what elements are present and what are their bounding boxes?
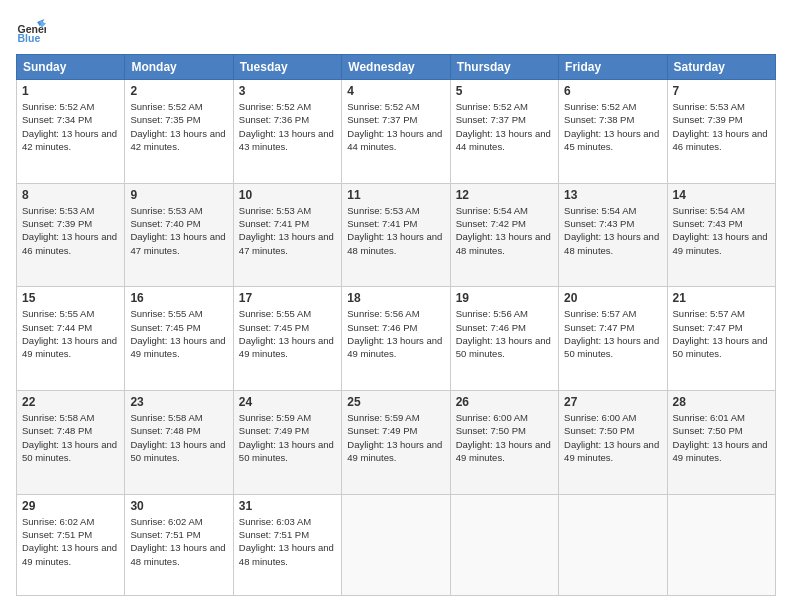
calendar-cell: 30 Sunrise: 6:02 AM Sunset: 7:51 PM Dayl… [125, 494, 233, 595]
day-info: Sunrise: 5:52 AM Sunset: 7:37 PM Dayligh… [347, 100, 444, 153]
day-info: Sunrise: 5:56 AM Sunset: 7:46 PM Dayligh… [456, 307, 553, 360]
day-number: 13 [564, 188, 661, 202]
day-number: 1 [22, 84, 119, 98]
calendar-week-1: 8 Sunrise: 5:53 AM Sunset: 7:39 PM Dayli… [17, 183, 776, 287]
day-info: Sunrise: 5:57 AM Sunset: 7:47 PM Dayligh… [673, 307, 770, 360]
calendar-cell: 19 Sunrise: 5:56 AM Sunset: 7:46 PM Dayl… [450, 287, 558, 391]
day-info: Sunrise: 5:53 AM Sunset: 7:39 PM Dayligh… [673, 100, 770, 153]
day-number: 20 [564, 291, 661, 305]
day-info: Sunrise: 5:58 AM Sunset: 7:48 PM Dayligh… [22, 411, 119, 464]
day-number: 29 [22, 499, 119, 513]
calendar-cell: 11 Sunrise: 5:53 AM Sunset: 7:41 PM Dayl… [342, 183, 450, 287]
day-info: Sunrise: 6:00 AM Sunset: 7:50 PM Dayligh… [564, 411, 661, 464]
day-number: 26 [456, 395, 553, 409]
day-number: 17 [239, 291, 336, 305]
calendar-cell: 16 Sunrise: 5:55 AM Sunset: 7:45 PM Dayl… [125, 287, 233, 391]
calendar-cell: 21 Sunrise: 5:57 AM Sunset: 7:47 PM Dayl… [667, 287, 775, 391]
calendar-cell [342, 494, 450, 595]
day-number: 22 [22, 395, 119, 409]
calendar-week-2: 15 Sunrise: 5:55 AM Sunset: 7:44 PM Dayl… [17, 287, 776, 391]
calendar-header-friday: Friday [559, 55, 667, 80]
day-number: 4 [347, 84, 444, 98]
calendar-cell: 10 Sunrise: 5:53 AM Sunset: 7:41 PM Dayl… [233, 183, 341, 287]
calendar-cell: 17 Sunrise: 5:55 AM Sunset: 7:45 PM Dayl… [233, 287, 341, 391]
calendar-header-row: SundayMondayTuesdayWednesdayThursdayFrid… [17, 55, 776, 80]
logo-bird-icon: General Blue [16, 16, 46, 46]
calendar-cell [667, 494, 775, 595]
calendar-cell: 13 Sunrise: 5:54 AM Sunset: 7:43 PM Dayl… [559, 183, 667, 287]
calendar-cell: 3 Sunrise: 5:52 AM Sunset: 7:36 PM Dayli… [233, 80, 341, 184]
calendar-cell: 22 Sunrise: 5:58 AM Sunset: 7:48 PM Dayl… [17, 390, 125, 494]
day-number: 28 [673, 395, 770, 409]
calendar-cell: 25 Sunrise: 5:59 AM Sunset: 7:49 PM Dayl… [342, 390, 450, 494]
day-info: Sunrise: 5:54 AM Sunset: 7:43 PM Dayligh… [564, 204, 661, 257]
day-number: 14 [673, 188, 770, 202]
calendar-week-0: 1 Sunrise: 5:52 AM Sunset: 7:34 PM Dayli… [17, 80, 776, 184]
calendar-cell: 29 Sunrise: 6:02 AM Sunset: 7:51 PM Dayl… [17, 494, 125, 595]
day-info: Sunrise: 6:00 AM Sunset: 7:50 PM Dayligh… [456, 411, 553, 464]
calendar-cell: 7 Sunrise: 5:53 AM Sunset: 7:39 PM Dayli… [667, 80, 775, 184]
day-info: Sunrise: 5:52 AM Sunset: 7:37 PM Dayligh… [456, 100, 553, 153]
day-info: Sunrise: 6:03 AM Sunset: 7:51 PM Dayligh… [239, 515, 336, 568]
calendar-cell: 6 Sunrise: 5:52 AM Sunset: 7:38 PM Dayli… [559, 80, 667, 184]
calendar-cell: 1 Sunrise: 5:52 AM Sunset: 7:34 PM Dayli… [17, 80, 125, 184]
day-number: 5 [456, 84, 553, 98]
day-info: Sunrise: 6:02 AM Sunset: 7:51 PM Dayligh… [130, 515, 227, 568]
day-info: Sunrise: 5:52 AM Sunset: 7:36 PM Dayligh… [239, 100, 336, 153]
calendar-cell: 24 Sunrise: 5:59 AM Sunset: 7:49 PM Dayl… [233, 390, 341, 494]
day-number: 10 [239, 188, 336, 202]
day-info: Sunrise: 5:56 AM Sunset: 7:46 PM Dayligh… [347, 307, 444, 360]
calendar-cell: 27 Sunrise: 6:00 AM Sunset: 7:50 PM Dayl… [559, 390, 667, 494]
day-info: Sunrise: 5:55 AM Sunset: 7:45 PM Dayligh… [239, 307, 336, 360]
calendar-cell: 9 Sunrise: 5:53 AM Sunset: 7:40 PM Dayli… [125, 183, 233, 287]
calendar-cell: 26 Sunrise: 6:00 AM Sunset: 7:50 PM Dayl… [450, 390, 558, 494]
calendar-header-monday: Monday [125, 55, 233, 80]
svg-text:Blue: Blue [18, 32, 41, 44]
calendar-cell: 2 Sunrise: 5:52 AM Sunset: 7:35 PM Dayli… [125, 80, 233, 184]
day-info: Sunrise: 5:53 AM Sunset: 7:40 PM Dayligh… [130, 204, 227, 257]
day-number: 30 [130, 499, 227, 513]
calendar-cell: 4 Sunrise: 5:52 AM Sunset: 7:37 PM Dayli… [342, 80, 450, 184]
calendar-page: General Blue SundayMondayTuesdayWednesda… [0, 0, 792, 612]
calendar-header-thursday: Thursday [450, 55, 558, 80]
day-number: 18 [347, 291, 444, 305]
day-number: 31 [239, 499, 336, 513]
calendar-header-wednesday: Wednesday [342, 55, 450, 80]
calendar-cell: 8 Sunrise: 5:53 AM Sunset: 7:39 PM Dayli… [17, 183, 125, 287]
calendar-cell: 15 Sunrise: 5:55 AM Sunset: 7:44 PM Dayl… [17, 287, 125, 391]
day-number: 9 [130, 188, 227, 202]
calendar-cell: 18 Sunrise: 5:56 AM Sunset: 7:46 PM Dayl… [342, 287, 450, 391]
calendar-cell: 28 Sunrise: 6:01 AM Sunset: 7:50 PM Dayl… [667, 390, 775, 494]
calendar-header-tuesday: Tuesday [233, 55, 341, 80]
day-number: 8 [22, 188, 119, 202]
calendar-cell [559, 494, 667, 595]
day-number: 24 [239, 395, 336, 409]
day-info: Sunrise: 5:57 AM Sunset: 7:47 PM Dayligh… [564, 307, 661, 360]
calendar-cell: 5 Sunrise: 5:52 AM Sunset: 7:37 PM Dayli… [450, 80, 558, 184]
header: General Blue [16, 16, 776, 46]
day-info: Sunrise: 5:59 AM Sunset: 7:49 PM Dayligh… [347, 411, 444, 464]
day-info: Sunrise: 5:55 AM Sunset: 7:44 PM Dayligh… [22, 307, 119, 360]
day-info: Sunrise: 5:52 AM Sunset: 7:38 PM Dayligh… [564, 100, 661, 153]
calendar-week-4: 29 Sunrise: 6:02 AM Sunset: 7:51 PM Dayl… [17, 494, 776, 595]
calendar-header-saturday: Saturday [667, 55, 775, 80]
calendar-cell: 20 Sunrise: 5:57 AM Sunset: 7:47 PM Dayl… [559, 287, 667, 391]
day-info: Sunrise: 5:55 AM Sunset: 7:45 PM Dayligh… [130, 307, 227, 360]
day-info: Sunrise: 5:58 AM Sunset: 7:48 PM Dayligh… [130, 411, 227, 464]
day-info: Sunrise: 6:01 AM Sunset: 7:50 PM Dayligh… [673, 411, 770, 464]
calendar-table: SundayMondayTuesdayWednesdayThursdayFrid… [16, 54, 776, 596]
calendar-cell: 31 Sunrise: 6:03 AM Sunset: 7:51 PM Dayl… [233, 494, 341, 595]
day-number: 7 [673, 84, 770, 98]
day-info: Sunrise: 5:53 AM Sunset: 7:41 PM Dayligh… [347, 204, 444, 257]
calendar-cell: 23 Sunrise: 5:58 AM Sunset: 7:48 PM Dayl… [125, 390, 233, 494]
day-info: Sunrise: 5:52 AM Sunset: 7:35 PM Dayligh… [130, 100, 227, 153]
logo: General Blue [16, 16, 46, 46]
day-number: 11 [347, 188, 444, 202]
calendar-header-sunday: Sunday [17, 55, 125, 80]
day-number: 3 [239, 84, 336, 98]
day-number: 15 [22, 291, 119, 305]
calendar-cell [450, 494, 558, 595]
calendar-cell: 12 Sunrise: 5:54 AM Sunset: 7:42 PM Dayl… [450, 183, 558, 287]
day-number: 16 [130, 291, 227, 305]
day-number: 6 [564, 84, 661, 98]
